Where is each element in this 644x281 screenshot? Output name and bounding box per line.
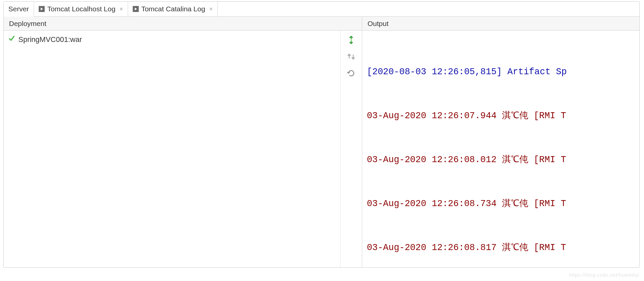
log-line: 03-Aug-2020 12:26:08.734 淇℃伅 [RMI T [367, 196, 636, 211]
log-line: [2020-08-03 12:26:05,815] Artifact Sp [367, 65, 636, 79]
close-icon[interactable]: × [118, 6, 123, 13]
close-icon[interactable]: × [208, 6, 213, 13]
deploy-all-button[interactable] [347, 35, 356, 45]
output-header-label: Output [368, 20, 389, 28]
tab-bar: Server Tomcat Localhost Log × Tomcat Cat… [4, 2, 639, 17]
tab-localhost-log[interactable]: Tomcat Localhost Log × [34, 2, 128, 17]
deployment-header-label: Deployment [9, 20, 46, 28]
output-header: Output [362, 17, 639, 30]
tab-localhost-label: Tomcat Localhost Log [47, 5, 115, 13]
refresh-button[interactable] [347, 69, 356, 78]
run-config-icon [133, 6, 139, 12]
log-line: 03-Aug-2020 12:26:07.944 淇℃伅 [RMI T [367, 109, 636, 123]
deployment-item-label: SpringMVC001:war [18, 35, 82, 44]
svg-marker-0 [41, 8, 43, 10]
log-line: 03-Aug-2020 12:26:08.012 淇℃伅 [RMI T [367, 152, 636, 167]
body: SpringMVC001:war [4, 31, 639, 267]
run-config-icon [39, 6, 45, 12]
log-line: 03-Aug-2020 12:26:08.817 淇℃伅 [RMI T [367, 240, 636, 255]
tab-catalina-log[interactable]: Tomcat Catalina Log × [128, 2, 218, 17]
svg-marker-1 [135, 8, 137, 10]
tool-window: Server Tomcat Localhost Log × Tomcat Cat… [3, 1, 640, 268]
deployment-item[interactable]: SpringMVC001:war [4, 34, 340, 45]
output-panel[interactable]: [2020-08-03 12:26:05,815] Artifact Sp 03… [362, 31, 639, 267]
tab-server-label: Server [8, 5, 29, 13]
deployment-header: Deployment [4, 17, 362, 30]
watermark: https://blog.csdn.net/huweiliyi [569, 272, 639, 278]
tab-server[interactable]: Server [4, 2, 34, 17]
tab-catalina-label: Tomcat Catalina Log [141, 5, 205, 13]
deploy-button[interactable] [347, 52, 356, 61]
check-icon [8, 35, 15, 44]
deployment-panel: SpringMVC001:war [4, 31, 341, 267]
column-headers: Deployment Output [4, 17, 639, 31]
output-toolbar [341, 31, 362, 267]
